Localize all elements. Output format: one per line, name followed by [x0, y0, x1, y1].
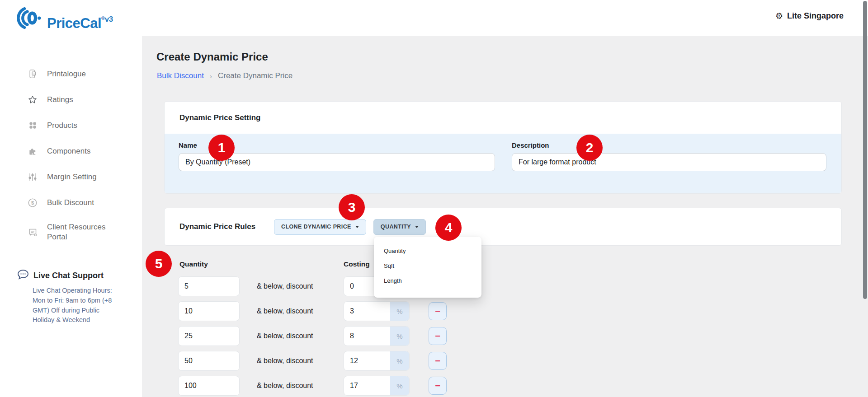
sidebar-item-client-resources-portal[interactable]: Client Resources Portal — [0, 215, 142, 249]
phone-icon — [27, 69, 38, 79]
annotation-badge-5: 5 — [146, 251, 172, 277]
quantity-input[interactable] — [178, 376, 240, 396]
costing-column-header: Costing — [344, 260, 370, 268]
grid-icon — [27, 121, 38, 130]
sidebar-item-products[interactable]: Products — [0, 112, 142, 138]
caret-down-icon — [415, 226, 419, 228]
dynamic-price-rules-card: Dynamic Price Rules CLONE DYNAMIC PRICE … — [164, 208, 842, 246]
page-title: Create Dynamic Price — [156, 51, 268, 63]
sidebar-item-label: Printalogue — [47, 70, 86, 79]
rules-card-title: Dynamic Price Rules — [179, 222, 274, 231]
puzzle-icon — [27, 147, 38, 156]
sidebar-item-label: Client Resources Portal — [47, 222, 110, 242]
sidebar-item-components[interactable]: Components — [0, 138, 142, 164]
remove-row-button[interactable]: − — [429, 377, 447, 395]
rule-row: & below, discount % − — [178, 326, 447, 346]
svg-text:$: $ — [31, 200, 34, 206]
clone-dynamic-price-button[interactable]: CLONE DYNAMIC PRICE — [274, 219, 366, 235]
annotation-badge-2: 2 — [576, 135, 603, 161]
dropdown-option-length[interactable]: Length — [374, 273, 481, 288]
minus-icon: − — [435, 331, 440, 341]
gear-icon: ⚙ — [775, 12, 783, 20]
costing-input-group: % — [344, 376, 410, 396]
remove-row-button[interactable]: − — [429, 352, 447, 370]
sidebar-item-label: Margin Setting — [47, 173, 97, 182]
vertical-scrollbar[interactable] — [863, 1, 867, 299]
pricecal-logo-icon — [16, 7, 42, 29]
percent-suffix: % — [390, 351, 409, 370]
quantity-input[interactable] — [178, 301, 240, 321]
setting-card-body: Name Description — [165, 134, 841, 193]
quantity-input[interactable] — [178, 276, 240, 296]
discount-input[interactable] — [344, 351, 390, 370]
discount-input[interactable] — [344, 327, 390, 346]
sidebar-nav: Printalogue Ratings Products Components — [0, 36, 142, 249]
sidebar-item-printalogue[interactable]: Printalogue — [0, 61, 142, 87]
rule-row: & below, discount % − — [178, 351, 447, 371]
annotation-badge-4: 4 — [435, 215, 462, 241]
workspace-selector[interactable]: ⚙ Lite Singapore — [775, 11, 844, 21]
dynamic-price-setting-card: Dynamic Price Setting Name Description — [164, 101, 842, 194]
annotation-badge-3: 3 — [339, 194, 365, 220]
breadcrumb-current: Create Dynamic Price — [218, 71, 292, 80]
chevron-right-icon: › — [210, 72, 212, 80]
row-text: & below, discount — [257, 382, 323, 390]
sidebar-item-bulk-discount[interactable]: $ Bulk Discount — [0, 190, 142, 215]
sidebar-item-label: Bulk Discount — [47, 198, 94, 207]
description-input[interactable] — [512, 153, 826, 171]
row-text: & below, discount — [257, 357, 323, 365]
dropdown-option-quantity[interactable]: Quantity — [374, 243, 481, 258]
dollar-circle-icon: $ — [27, 198, 38, 208]
dropdown-option-sqft[interactable]: Sqft — [374, 258, 481, 273]
pricecal-logo[interactable]: PriceCal®v3 — [16, 7, 113, 34]
chat-bubble-icon — [17, 269, 29, 282]
remove-row-button[interactable]: − — [429, 327, 447, 345]
minus-icon: − — [435, 306, 440, 317]
row-text: & below, discount — [257, 282, 323, 290]
percent-suffix: % — [390, 327, 409, 346]
quantity-input[interactable] — [178, 351, 240, 371]
sidebar-item-label: Ratings — [47, 95, 73, 104]
discount-input[interactable] — [344, 302, 390, 321]
rules-table-header: Quantity Costing — [179, 260, 208, 268]
brand-version: v3 — [105, 15, 113, 23]
app-window: PriceCal®v3 ⚙ Lite Singapore Printalogue… — [0, 0, 868, 397]
live-chat-title: Live Chat Support — [33, 271, 104, 280]
minus-icon: − — [435, 381, 440, 391]
quantity-input[interactable] — [178, 326, 240, 346]
brand-name: PriceCal®v3 — [47, 7, 113, 34]
sidebar-item-margin-setting[interactable]: Margin Setting — [0, 164, 142, 190]
annotation-badge-1: 1 — [208, 135, 235, 161]
costing-input-group: % — [344, 351, 410, 371]
document-icon — [27, 228, 38, 237]
breadcrumb-bulk-discount[interactable]: Bulk Discount — [157, 71, 204, 80]
sidebar-item-label: Products — [47, 121, 77, 130]
percent-suffix: % — [390, 302, 409, 321]
caret-down-icon — [355, 226, 359, 228]
clone-button-label: CLONE DYNAMIC PRICE — [281, 224, 351, 230]
top-bar: PriceCal®v3 ⚙ Lite Singapore — [0, 0, 868, 36]
sidebar-item-ratings[interactable]: Ratings — [0, 87, 142, 112]
minus-icon: − — [435, 356, 440, 366]
breadcrumb: Bulk Discount › Create Dynamic Price — [157, 71, 292, 80]
row-text: & below, discount — [257, 332, 323, 340]
live-chat-support[interactable]: Live Chat Support Live Chat Operating Ho… — [0, 259, 142, 325]
quantity-column-header: Quantity — [179, 260, 208, 268]
rule-row: & below, discount % − — [178, 301, 447, 321]
row-text: & below, discount — [257, 307, 323, 315]
registered-mark: ® — [101, 15, 105, 21]
live-chat-hours: Live Chat Operating Hours: Mon to Fri: 9… — [33, 286, 115, 325]
rule-row: & below, discount % − — [178, 376, 447, 396]
sliders-icon — [27, 173, 38, 182]
star-icon — [27, 95, 38, 105]
costing-input-group: % — [344, 326, 410, 346]
workspace-name: Lite Singapore — [787, 11, 844, 21]
type-button-label: QUANTITY — [381, 224, 411, 230]
rule-type-dropdown-button[interactable]: QUANTITY — [373, 219, 426, 235]
discount-input[interactable] — [344, 376, 390, 395]
percent-suffix: % — [390, 376, 409, 395]
remove-row-button[interactable]: − — [429, 302, 447, 320]
rule-type-dropdown-menu: QuantitySqftLength — [374, 237, 481, 298]
description-label: Description — [512, 141, 826, 149]
setting-card-title: Dynamic Price Setting — [165, 102, 841, 134]
